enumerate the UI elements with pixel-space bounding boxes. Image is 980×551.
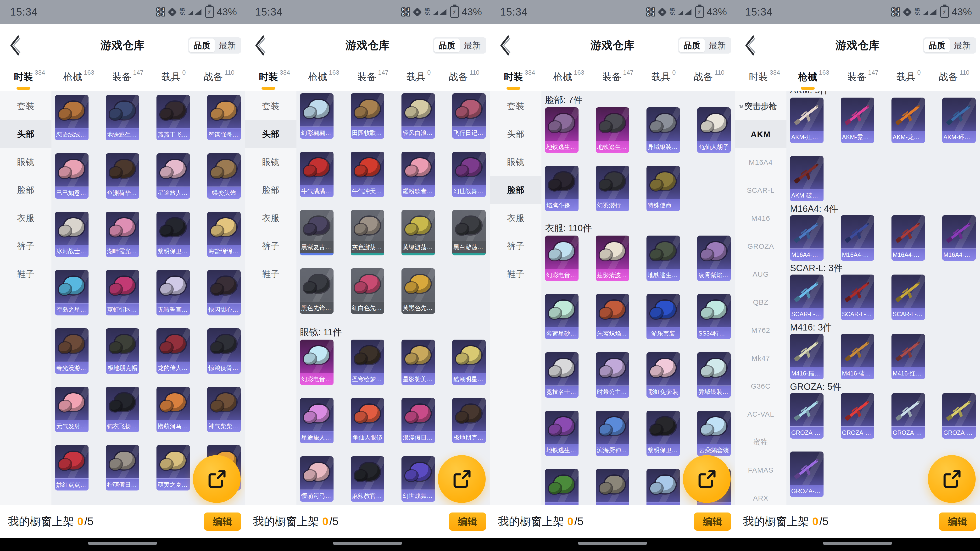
tab-时装[interactable]: 时装334	[259, 68, 290, 91]
item-card[interactable]: M416-蓝色火...	[841, 334, 874, 379]
item-card[interactable]: 黄黑色先锋棒...	[401, 268, 435, 314]
share-fab-button[interactable]	[438, 455, 486, 503]
item-card[interactable]: 黎明保卫者皮...	[646, 411, 680, 456]
item-card[interactable]: 星途旅人眼镜	[300, 398, 334, 443]
sidebar-item-GROZA[interactable]: GROZA	[735, 232, 786, 260]
item-card[interactable]: 快闪甜心发饰	[207, 270, 241, 316]
item-card[interactable]: 恋语绒绒头饰	[55, 95, 89, 140]
item-card[interactable]: 轻风白浪头饰	[401, 93, 435, 139]
item-card[interactable]: AKM-江南烟雨	[790, 98, 824, 143]
sort-option-latest[interactable]: 最新	[705, 38, 730, 52]
sidebar-item-M762[interactable]: M762	[735, 316, 786, 344]
item-card[interactable]: GROZA-田园...	[942, 393, 976, 438]
sidebar-item-脸部[interactable]: 脸部	[0, 176, 51, 204]
item-card[interactable]: 浪漫假日眼镜	[401, 398, 435, 443]
sidebar-item-眼镜[interactable]: 眼镜	[490, 148, 541, 176]
back-button[interactable]	[497, 33, 512, 57]
item-card[interactable]: 地铁逃生CH....	[106, 95, 139, 140]
item-card[interactable]: 牛气冲天帽子	[351, 152, 384, 197]
sidebar-item-衣服[interactable]: 衣服	[245, 204, 296, 232]
item-card[interactable]: 星途旅人发饰	[156, 153, 190, 199]
item-card[interactable]: 智谋强哥帽子	[207, 95, 241, 140]
item-card[interactable]: 牛气满满帽子	[300, 152, 334, 197]
item-card[interactable]: 地铁逃生CH....	[646, 235, 680, 281]
item-card[interactable]: 龟仙人胡子	[697, 107, 731, 153]
sidebar-item-蜜獾[interactable]: 蜜獾	[735, 428, 786, 456]
item-card[interactable]: 元气发射发饰	[55, 387, 89, 432]
item-card[interactable]: 黑白游荡者无...	[452, 210, 486, 256]
tab-装备[interactable]: 装备147	[602, 68, 633, 91]
sidebar-item-头部[interactable]: 头部	[490, 120, 541, 148]
sidebar-item-衣服[interactable]: 衣服	[490, 204, 541, 232]
tab-载具[interactable]: 载具0	[162, 68, 186, 91]
tab-装备[interactable]: 装备147	[112, 68, 143, 91]
item-card[interactable]: 龙的传人发饰	[156, 328, 190, 374]
item-card[interactable]: 霓虹街区发饰	[106, 270, 139, 316]
item-card[interactable]: SCAR-L-海盐...	[790, 275, 824, 320]
item-card[interactable]: M16A4-冰河...	[790, 215, 824, 261]
item-card[interactable]: 柠萌假日发饰	[106, 445, 139, 491]
sidebar-item-套装[interactable]: 套装	[490, 92, 541, 120]
tab-枪械[interactable]: 枪械163	[63, 68, 94, 91]
item-card[interactable]: 酷潮明星眼镜	[452, 340, 486, 385]
item-card[interactable]: 圣穹绘梦套装	[596, 469, 629, 505]
item-card[interactable]: 地铁逃生CH....	[545, 107, 579, 153]
sidebar-item-Mk47[interactable]: Mk47	[735, 344, 786, 372]
item-card[interactable]: 麻辣教官眼镜	[351, 456, 384, 502]
sidebar-item-套装[interactable]: 套装	[0, 92, 51, 120]
item-card[interactable]: 地铁逃生CH....	[545, 411, 579, 456]
sidebar-item-衣服[interactable]: 衣服	[0, 204, 51, 232]
item-card[interactable]: 云朵鹅套装	[697, 411, 731, 456]
item-card[interactable]: 鱼渊荷华头饰	[106, 153, 139, 199]
item-card[interactable]: M416-糯团青...	[790, 334, 824, 379]
sidebar-item-脸部[interactable]: 脸部	[245, 176, 296, 204]
tab-战备[interactable]: 战备110	[204, 68, 234, 91]
item-card[interactable]: 朱霞炽焰套装	[596, 294, 629, 339]
item-card[interactable]: 飞行日记发饰	[452, 93, 486, 139]
sidebar-item-脸部[interactable]: 脸部	[490, 176, 541, 204]
item-card[interactable]: 薄荷星砂套装	[545, 294, 579, 339]
sidebar-item-AC-VAL[interactable]: AC-VAL	[735, 400, 786, 428]
item-card[interactable]: 顶瓜瓜套装	[545, 469, 579, 505]
item-card[interactable]: 极地朋克眼镜	[452, 398, 486, 443]
item-card[interactable]: 蝶变头饰	[207, 153, 241, 199]
item-card[interactable]: 黑色先锋棒球...	[300, 268, 334, 314]
edit-button[interactable]: 编辑	[449, 513, 486, 531]
item-card[interactable]: 滨海厨神套装	[596, 411, 629, 456]
item-card[interactable]: AKM-龙的传人	[891, 98, 925, 143]
item-card[interactable]: 海盐绵绵冰发...	[207, 212, 241, 257]
item-card[interactable]: M16A4-幻世...	[942, 215, 976, 261]
item-card[interactable]: 竞技名士外套	[545, 352, 579, 398]
item-card[interactable]: 幻彩电音眼镜	[300, 340, 334, 385]
item-card[interactable]: 神气柴柴发饰	[207, 387, 241, 432]
item-card[interactable]: M16A4-蓝色...	[841, 215, 874, 261]
item-card[interactable]: 冰河战士发饰	[55, 212, 89, 257]
item-card[interactable]: 萌黄之夏发饰	[156, 445, 190, 491]
item-card[interactable]: GROZA-海盐...	[790, 393, 824, 438]
sidebar-item-裤子[interactable]: 裤子	[245, 232, 296, 260]
sidebar-category-突击步枪[interactable]: 突击步枪∨	[735, 92, 786, 120]
tab-枪械[interactable]: 枪械163	[798, 68, 829, 91]
item-card[interactable]: M416-红色方...	[891, 334, 925, 379]
home-indicator[interactable]	[578, 541, 647, 545]
tab-枪械[interactable]: 枪械163	[308, 68, 339, 91]
item-card[interactable]: 妙红点点头饰	[55, 445, 89, 491]
item-card[interactable]: 耀粉歌者发饰	[401, 152, 435, 197]
item-card[interactable]: SCAR-L-红色...	[841, 275, 874, 320]
item-card[interactable]: 黎明保卫者皮...	[156, 212, 190, 257]
sidebar-item-AKM[interactable]: AKM	[735, 120, 786, 148]
item-card[interactable]: 圣穹绘梦眼罩	[351, 340, 384, 385]
sidebar-item-SCAR-L[interactable]: SCAR-L	[735, 176, 786, 204]
item-card[interactable]: 幻世战舞者帽...	[452, 152, 486, 197]
item-card[interactable]: 懵萌河马头饰	[156, 387, 190, 432]
sidebar-item-QBZ[interactable]: QBZ	[735, 288, 786, 316]
edit-button[interactable]: 编辑	[939, 513, 976, 531]
item-card[interactable]: GROZA-绯红...	[841, 393, 874, 438]
sidebar-item-AUG[interactable]: AUG	[735, 260, 786, 288]
share-fab-button[interactable]	[683, 455, 731, 503]
item-card[interactable]: GROZA-懵萌...	[891, 393, 925, 438]
item-card[interactable]: 湖畔霞光头饰	[106, 212, 139, 257]
item-card[interactable]: 龟仙人眼镜	[351, 398, 384, 443]
sidebar-item-鞋子[interactable]: 鞋子	[245, 260, 296, 288]
back-button[interactable]	[252, 33, 267, 57]
